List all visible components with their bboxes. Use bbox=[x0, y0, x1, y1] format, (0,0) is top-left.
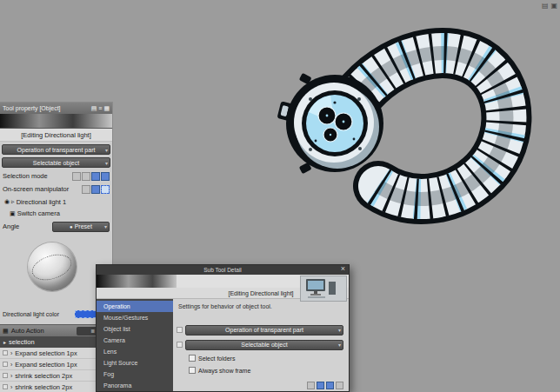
select-folders-field: Select folders bbox=[189, 353, 343, 363]
transparent-part-value: Operation of transparent part bbox=[17, 147, 96, 153]
camera-icon: ▣ bbox=[10, 210, 16, 217]
selection-mode-subtract-icon[interactable] bbox=[91, 172, 100, 181]
auto-action-title: Auto Action bbox=[11, 327, 44, 335]
transparent-part-dropdown[interactable]: Operation of transparent part ▾ bbox=[2, 144, 110, 155]
manipulator-row: On-screen manipulator bbox=[0, 183, 112, 196]
preset-value: Preset bbox=[75, 223, 92, 229]
dialog-body: Operation Mouse/Gestures Object list Cam… bbox=[97, 299, 349, 392]
chevron-down-icon: ▾ bbox=[104, 223, 107, 229]
switch-camera-label: Switch camera bbox=[17, 209, 60, 217]
manipulator-label: On-screen manipulator bbox=[3, 185, 69, 193]
app: ▤ ▣ Tool property [Object] ▤ ≡ ▦ [Editin… bbox=[0, 0, 560, 392]
dialog-titlebar[interactable]: Sub Tool Detail × bbox=[97, 265, 349, 275]
window-icon-a[interactable]: ▤ bbox=[542, 2, 549, 10]
window-icon-b[interactable]: ▣ bbox=[550, 2, 557, 10]
directional-light-sphere[interactable] bbox=[28, 243, 77, 291]
action-checkbox[interactable] bbox=[3, 384, 8, 389]
directional-light-label: Directional light 1 bbox=[17, 198, 67, 206]
show-in-tool-property-toggle[interactable] bbox=[177, 327, 183, 333]
selectable-object-value: Selectable object bbox=[241, 342, 287, 348]
chevron-down-icon: ▾ bbox=[338, 342, 341, 348]
auto-action-icon: ▦ bbox=[3, 328, 9, 335]
category-fog[interactable]: Fog bbox=[97, 369, 173, 380]
selection-mode-row: Selection mode bbox=[0, 169, 112, 183]
editing-target-label: [Editing Directional light] bbox=[0, 129, 112, 142]
close-icon[interactable]: × bbox=[339, 264, 347, 274]
selection-mode-multiply-icon[interactable] bbox=[101, 172, 110, 181]
manipulator-selected-icon[interactable] bbox=[101, 185, 110, 194]
category-light-source[interactable]: Light Source bbox=[97, 357, 173, 369]
selectable-object-dropdown[interactable]: Selectable object ▾ bbox=[2, 157, 110, 168]
show-in-tool-property-toggle[interactable] bbox=[177, 342, 183, 348]
manipulator-buttons bbox=[82, 185, 110, 194]
light-orbit-ring bbox=[29, 249, 75, 284]
selectable-object-value: Selectable object bbox=[33, 160, 79, 166]
category-panorama[interactable]: Panorama bbox=[97, 380, 173, 391]
always-show-frame-label: Always show frame bbox=[198, 368, 250, 374]
panel-minimize-icon[interactable]: ▤ bbox=[91, 105, 97, 112]
selection-mode-label: Selection mode bbox=[3, 172, 48, 180]
light-icon: ◉ bbox=[4, 198, 10, 205]
dialog-title: Sub Tool Detail bbox=[203, 267, 242, 273]
chevron-down-icon: ▾ bbox=[105, 147, 108, 153]
category-list: Operation Mouse/Gestures Object list Cam… bbox=[97, 299, 173, 392]
category-lens[interactable]: Lens bbox=[97, 346, 173, 357]
dialog-content: Settings for behavior of object tool. Op… bbox=[173, 299, 349, 392]
manipulator-off-icon[interactable] bbox=[82, 185, 90, 194]
directional-light-row[interactable]: ◉ ▹ Directional light 1 bbox=[0, 196, 112, 208]
always-show-frame-field: Always show frame bbox=[189, 365, 343, 375]
preset-dropdown[interactable]: ● Preset ▾ bbox=[52, 222, 110, 232]
light-color-label: Directional light color bbox=[3, 311, 59, 317]
selection-mode-new-icon[interactable] bbox=[72, 172, 81, 181]
action-checkbox[interactable] bbox=[3, 362, 8, 367]
tool-property-header[interactable]: Tool property [Object] ▤ ≡ ▦ bbox=[0, 103, 112, 114]
chevron-down-icon: ▾ bbox=[105, 160, 108, 166]
chevron-down-icon: ▾ bbox=[338, 327, 341, 333]
select-folders-label: Select folders bbox=[198, 355, 235, 362]
sphere-icon: ● bbox=[70, 224, 73, 229]
expand-arrow-icon[interactable]: › bbox=[10, 384, 12, 390]
action-set-name: selection bbox=[9, 338, 35, 346]
action-label: shrink selection 2px bbox=[15, 372, 72, 380]
manipulator-option-icon[interactable] bbox=[326, 382, 334, 389]
manipulator-option-icon[interactable] bbox=[336, 382, 343, 389]
expand-arrow-icon[interactable]: › bbox=[10, 373, 12, 379]
category-mouse-gestures[interactable]: Mouse/Gestures bbox=[97, 312, 173, 323]
canvas-watch-illustration bbox=[272, 17, 542, 226]
expander-icon: ▸ bbox=[3, 339, 6, 345]
tool-thumbnail bbox=[97, 275, 177, 288]
tree-arrow-icon[interactable]: ▹ bbox=[11, 198, 15, 205]
monitor-illustration bbox=[301, 276, 346, 301]
selection-mode-add-icon[interactable] bbox=[82, 172, 90, 181]
category-operation[interactable]: Operation bbox=[97, 301, 173, 312]
action-label: Expand selection 1px bbox=[15, 349, 77, 357]
panel-note-icon[interactable]: ▦ bbox=[103, 105, 110, 112]
selectable-object-dropdown[interactable]: Selectable object ▾ bbox=[185, 340, 343, 350]
material-preview bbox=[300, 276, 347, 302]
action-checkbox[interactable] bbox=[3, 373, 8, 378]
expand-arrow-icon[interactable]: › bbox=[10, 362, 12, 368]
transparent-part-field: Operation of transparent part ▾ bbox=[177, 323, 343, 336]
selection-mode-buttons bbox=[72, 172, 110, 181]
settings-description: Settings for behavior of object tool. bbox=[178, 303, 343, 309]
canvas-window-controls: ▤ ▣ bbox=[542, 2, 557, 10]
expand-arrow-icon[interactable]: › bbox=[10, 350, 12, 356]
select-folders-checkbox[interactable] bbox=[189, 355, 196, 362]
panel-title: Tool property [Object] bbox=[3, 105, 61, 111]
panel-menu-icon[interactable]: ≡ bbox=[98, 105, 102, 111]
watch-drawing bbox=[272, 17, 542, 226]
manipulator-icons-row bbox=[177, 379, 343, 391]
action-checkbox[interactable] bbox=[3, 350, 8, 355]
transparent-part-dropdown[interactable]: Operation of transparent part ▾ bbox=[185, 325, 343, 336]
action-label: Expand selection 1px bbox=[15, 361, 77, 369]
always-show-frame-checkbox[interactable] bbox=[189, 367, 196, 374]
manipulator-option-icon[interactable] bbox=[317, 382, 324, 389]
angle-label: Angle bbox=[3, 223, 19, 230]
category-camera[interactable]: Camera bbox=[97, 335, 173, 346]
switch-camera-row[interactable]: ▣ Switch camera bbox=[0, 208, 112, 219]
category-object-list[interactable]: Object list bbox=[97, 323, 173, 335]
manipulator-option-icon[interactable] bbox=[307, 382, 315, 389]
manipulator-on-icon[interactable] bbox=[91, 185, 100, 194]
tool-thumbnail-strip[interactable] bbox=[0, 114, 112, 129]
transparent-part-value: Operation of transparent part bbox=[225, 327, 303, 333]
